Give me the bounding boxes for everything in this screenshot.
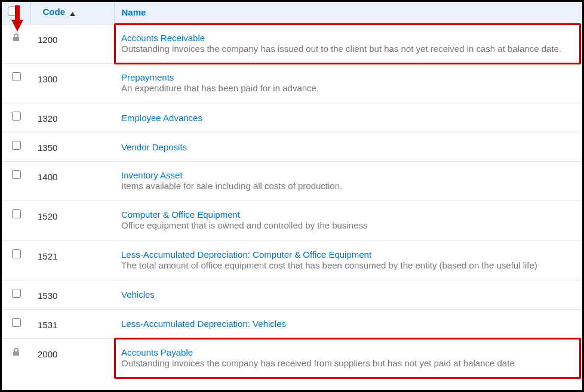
row-select-cell bbox=[2, 280, 30, 309]
account-name-cell: Less-Accumulated Depreciation: Computer … bbox=[114, 240, 582, 280]
account-code: 2000 bbox=[30, 338, 114, 378]
row-checkbox[interactable] bbox=[12, 72, 21, 81]
account-code: 1400 bbox=[30, 162, 114, 201]
account-name-cell: PrepaymentsAn expenditure that has been … bbox=[114, 63, 582, 103]
account-code: 1520 bbox=[30, 201, 114, 240]
account-link[interactable]: Less-Accumulated Depreciation: Vehicles bbox=[121, 319, 286, 329]
header-code-label: Code bbox=[43, 7, 66, 17]
account-link[interactable]: Vehicles bbox=[121, 289, 155, 300]
account-link[interactable]: Less-Accumulated Depreciation: Computer … bbox=[121, 249, 371, 260]
row-checkbox[interactable] bbox=[12, 318, 21, 327]
table-row: 1200Accounts ReceivableOutstanding invoi… bbox=[2, 24, 582, 63]
account-name-cell: Employee Advances bbox=[114, 103, 582, 132]
row-select-cell bbox=[2, 240, 30, 280]
table-row: 1520Computer & Office EquipmentOffice eq… bbox=[2, 201, 582, 240]
row-select-cell bbox=[2, 132, 30, 162]
header-name[interactable]: Name bbox=[114, 2, 582, 24]
account-desc: Office equipment that is owned and contr… bbox=[121, 220, 576, 232]
account-name-cell: Inventory AssetItems available for sale … bbox=[114, 162, 582, 201]
account-link[interactable]: Accounts Receivable bbox=[121, 33, 205, 43]
account-code: 1200 bbox=[30, 24, 114, 63]
red-arrow-annotation bbox=[10, 5, 24, 32]
table-row: 1400Inventory AssetItems available for s… bbox=[2, 162, 582, 201]
table-row: 1300PrepaymentsAn expenditure that has b… bbox=[2, 63, 582, 103]
account-name-cell: Vehicles bbox=[114, 280, 582, 309]
account-code: 1530 bbox=[30, 280, 114, 309]
account-code: 1300 bbox=[30, 63, 114, 103]
lock-icon bbox=[11, 347, 21, 357]
table-row: 1320Employee Advances bbox=[2, 103, 582, 132]
sort-ascending-icon bbox=[70, 8, 75, 18]
account-desc: Outstanding invoices the company has iss… bbox=[121, 43, 576, 55]
row-select-cell bbox=[2, 162, 30, 201]
row-select-cell bbox=[2, 63, 30, 103]
account-link[interactable]: Computer & Office Equipment bbox=[121, 209, 240, 220]
svg-marker-1 bbox=[70, 12, 75, 16]
table-row: 1531Less-Accumulated Depreciation: Vehic… bbox=[2, 309, 582, 338]
header-name-label: Name bbox=[122, 7, 146, 17]
account-code: 1521 bbox=[30, 240, 114, 280]
account-code: 1531 bbox=[30, 309, 114, 338]
row-checkbox[interactable] bbox=[12, 141, 21, 150]
account-desc: Outstanding invoices the company has rec… bbox=[121, 357, 576, 369]
account-name-cell: Accounts PayableOutstanding invoices the… bbox=[114, 338, 582, 378]
account-desc: An expenditure that has been paid for in… bbox=[121, 82, 576, 94]
account-name-cell: Vendor Deposits bbox=[114, 132, 582, 162]
account-link[interactable]: Vendor Deposits bbox=[121, 142, 187, 152]
account-desc: Items available for sale including all c… bbox=[121, 180, 576, 192]
account-name-cell: Computer & Office EquipmentOffice equipm… bbox=[114, 201, 582, 240]
account-name-cell: Less-Accumulated Depreciation: Vehicles bbox=[114, 309, 582, 338]
account-link[interactable]: Prepayments bbox=[121, 72, 174, 82]
account-desc: The total amount of office equipment cos… bbox=[121, 260, 576, 271]
row-select-cell bbox=[2, 103, 30, 132]
table-row: 1350Vendor Deposits bbox=[2, 132, 582, 162]
table-row: 1521Less-Accumulated Depreciation: Compu… bbox=[2, 240, 582, 280]
row-checkbox[interactable] bbox=[12, 209, 21, 218]
app-frame: Code Name 1200Accounts ReceivableOutstan… bbox=[0, 0, 584, 392]
row-select-cell bbox=[2, 309, 30, 338]
account-code: 1320 bbox=[30, 103, 114, 132]
table-row: 2000Accounts PayableOutstanding invoices… bbox=[2, 338, 582, 378]
svg-marker-0 bbox=[11, 5, 23, 32]
account-link[interactable]: Employee Advances bbox=[121, 113, 202, 123]
table-row: 1530Vehicles bbox=[2, 280, 582, 309]
lock-icon bbox=[11, 33, 21, 42]
row-select-cell bbox=[2, 338, 30, 378]
account-link[interactable]: Inventory Asset bbox=[121, 170, 183, 180]
row-select-cell bbox=[2, 201, 30, 240]
row-checkbox[interactable] bbox=[12, 289, 21, 298]
header-code[interactable]: Code bbox=[30, 2, 114, 24]
row-checkbox[interactable] bbox=[12, 249, 21, 258]
row-checkbox[interactable] bbox=[12, 112, 21, 121]
account-link[interactable]: Accounts Payable bbox=[121, 347, 193, 357]
account-name-cell: Accounts ReceivableOutstanding invoices … bbox=[114, 24, 582, 63]
accounts-table: Code Name 1200Accounts ReceivableOutstan… bbox=[2, 2, 582, 378]
row-checkbox[interactable] bbox=[12, 170, 21, 179]
account-code: 1350 bbox=[30, 132, 114, 162]
